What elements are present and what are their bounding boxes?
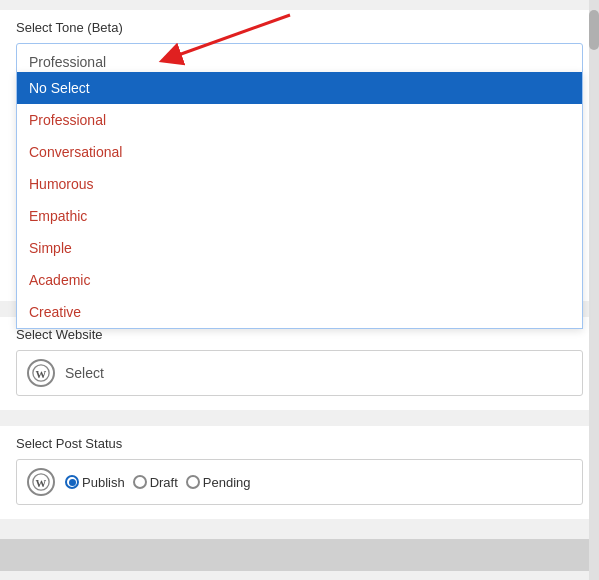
tone-current-value: Professional: [29, 54, 106, 70]
main-container: Select Tone (Beta) Professional No Selec…: [0, 0, 599, 580]
radio-publish[interactable]: Publish: [65, 475, 125, 490]
scrollbar[interactable]: [589, 0, 599, 580]
radio-pending-label: Pending: [203, 475, 251, 490]
radio-publish-label: Publish: [82, 475, 125, 490]
dropdown-item-creative[interactable]: Creative: [17, 296, 582, 328]
dropdown-item-conversational[interactable]: Conversational: [17, 136, 582, 168]
dropdown-item-simple[interactable]: Simple: [17, 232, 582, 264]
website-select-row[interactable]: W Select: [16, 350, 583, 396]
section-divider-2: [0, 418, 599, 426]
scrollbar-thumb[interactable]: [589, 10, 599, 50]
svg-text:W: W: [36, 477, 47, 489]
tone-dropdown: No Select Professional Conversational Hu…: [16, 72, 583, 329]
dropdown-item-empathic[interactable]: Empathic: [17, 200, 582, 232]
post-status-row: W Publish Draft Pending: [16, 459, 583, 505]
radio-circle-publish: [65, 475, 79, 489]
post-status-label: Select Post Status: [16, 436, 583, 451]
section-divider-3: [0, 527, 599, 535]
radio-draft-label: Draft: [150, 475, 178, 490]
post-status-section: Select Post Status W Publish Draft: [0, 426, 599, 519]
tone-section: Select Tone (Beta) Professional No Selec…: [0, 10, 599, 301]
svg-text:W: W: [36, 368, 47, 380]
dropdown-item-no-select[interactable]: No Select: [17, 72, 582, 104]
website-label: Select Website: [16, 327, 583, 342]
website-select-text: Select: [65, 365, 104, 381]
wordpress-icon: W: [27, 359, 55, 387]
dropdown-item-academic[interactable]: Academic: [17, 264, 582, 296]
radio-pending[interactable]: Pending: [186, 475, 251, 490]
radio-circle-pending: [186, 475, 200, 489]
tone-label: Select Tone (Beta): [16, 20, 583, 35]
radio-draft[interactable]: Draft: [133, 475, 178, 490]
dropdown-item-humorous[interactable]: Humorous: [17, 168, 582, 200]
website-section: Select Website W Select: [0, 317, 599, 410]
radio-group: Publish Draft Pending: [65, 475, 255, 490]
radio-circle-draft: [133, 475, 147, 489]
dropdown-item-professional[interactable]: Professional: [17, 104, 582, 136]
wordpress-icon-2: W: [27, 468, 55, 496]
bottom-bar: [0, 539, 599, 571]
